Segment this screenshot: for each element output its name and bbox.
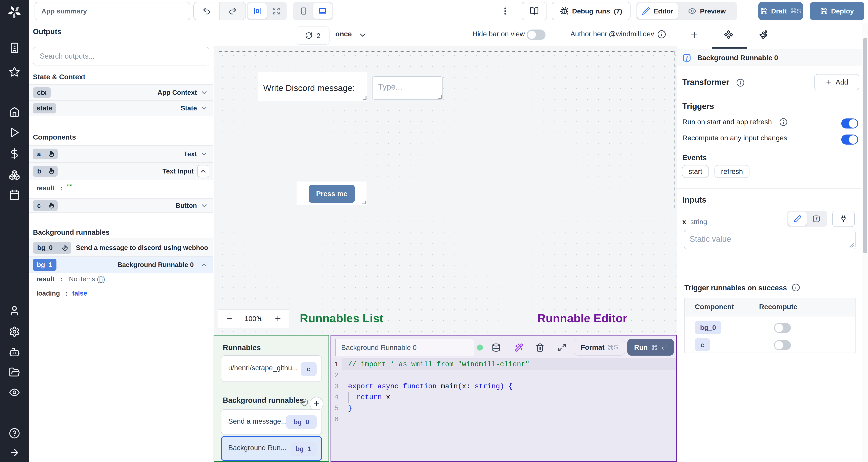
- svg-text:f: f: [815, 217, 817, 222]
- svg-text:f: f: [686, 55, 688, 61]
